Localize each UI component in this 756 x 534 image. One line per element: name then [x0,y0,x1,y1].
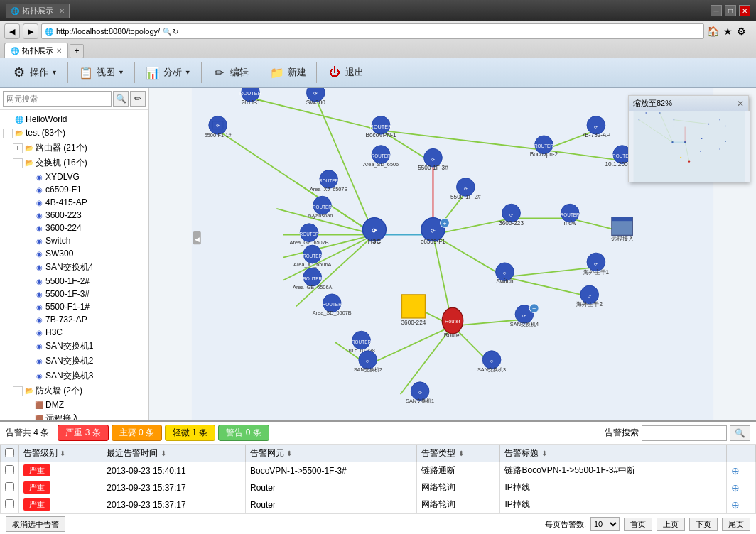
tree-item-dmz[interactable]: 🟫 DMZ [3,398,146,411]
row-add-icon-1[interactable]: ⊕ [731,482,740,494]
tree-item-xydlvg[interactable]: ◉ XYDLVG [3,170,146,183]
next-page-button[interactable]: 下页 [689,518,718,531]
browser-tab-title[interactable]: 拓扑展示 [22,6,53,16]
alert-search-input[interactable] [642,425,727,441]
svg-text:⟳: ⟳ [522,313,526,318]
row-action-1[interactable]: ⊕ [727,479,756,496]
back-button[interactable]: ◀ [4,23,20,39]
edit-label: 编辑 [230,66,249,79]
tree-item-remote[interactable]: 🟫 远程接入 [3,411,146,420]
tree-item-san3[interactable]: ◉ SAN交换机3 [3,369,146,383]
view-button[interactable]: 📋 视图 ▼ [72,62,130,83]
footer-left: 取消选中告警 [6,516,539,532]
tree-item-3600223[interactable]: ◉ 3600-223 [3,209,146,222]
tree-item-3600224[interactable]: ◉ 3600-224 [3,222,146,234]
svg-point-140 [725,126,726,127]
row-action-2[interactable]: ⊕ [727,496,756,513]
svg-text:Area_GE_6506A: Area_GE_6506A [293,284,333,290]
tree-icon-7b732ap: ◉ [34,315,44,325]
tab-close-icon[interactable]: ✕ [56,47,62,55]
alert-search-button[interactable]: 🔍 [730,425,750,441]
tree-item-c6509f1[interactable]: ◉ c6509-F1 [3,183,146,196]
per-page-select[interactable]: 102050100 [590,517,620,531]
sort-type-icon[interactable]: ⬍ [458,449,464,457]
analyze-button[interactable]: 📊 分析 ▼ [139,62,197,83]
active-tab[interactable]: 🌐 拓扑展示 ✕ [4,43,68,58]
tree-item-switches[interactable]: − 📂 交换机 (16个) [3,156,146,170]
col-severity[interactable]: 告警级别 ⬍ [19,445,102,462]
tree-item-h3c[interactable]: ◉ H3C [3,326,146,339]
col-element[interactable]: 告警网元 ⬍ [246,445,417,462]
alert-tab-major[interactable]: 主要 0 条 [112,425,162,441]
tree-item-test[interactable]: − 📂 test (83个) [3,126,146,141]
col-title[interactable]: 告警标题 ⬍ [500,445,727,462]
tree-item-4b415ap[interactable]: ◉ 4B-415-AP [3,196,146,209]
row-checkbox-1[interactable] [1,479,19,496]
last-page-button[interactable]: 尾页 [722,518,750,531]
tree-item-7b732ap[interactable]: ◉ 7B-732-AP [3,313,146,326]
search-input[interactable] [3,91,112,107]
minimap-close-button[interactable]: ✕ [737,99,744,109]
svg-text:Router: Router [444,332,462,339]
first-page-button[interactable]: 首页 [624,518,652,531]
tree-item-san4[interactable]: ◉ SAN交换机4 [3,260,146,275]
window-controls[interactable]: ─ □ ✕ [711,5,750,16]
tree-item-sw300[interactable]: ◉ SW300 [3,247,146,260]
settings-icon[interactable]: ⚙ [737,26,746,37]
sort-element-icon[interactable]: ⬍ [286,449,292,457]
sep4 [259,62,259,83]
tree-expander-routers[interactable]: + [13,143,23,153]
star-icon[interactable]: ★ [723,26,733,37]
ops-button[interactable]: ⚙ 操作 ▼ [6,62,63,83]
sort-severity-icon[interactable]: ⬍ [60,449,65,457]
close-button[interactable]: ✕ [739,5,750,16]
tree-item-san1[interactable]: ◉ SAN交换机1 [3,339,146,354]
row-action-0[interactable]: ⊕ [727,462,756,479]
tree-item-routers[interactable]: + 📂 路由器 (21个) [3,141,146,156]
svg-rect-71 [401,295,425,318]
edit-search-button[interactable]: ✏ [130,91,146,107]
sort-title-icon[interactable]: ⬍ [541,449,547,457]
tree-item-55001f2[interactable]: ◉ 5500-1F-2# [3,275,146,288]
row-checkbox-2[interactable] [1,496,19,513]
alert-tab-warn[interactable]: 警告 0 条 [218,425,269,441]
dismiss-button[interactable]: 取消选中告警 [6,516,65,532]
tree-expander-test[interactable]: − [3,129,13,138]
prev-page-button[interactable]: 上页 [657,518,685,531]
tree-item-firewalls[interactable]: − 📂 防火墙 (2个) [3,383,146,398]
topology-area[interactable]: ROUTER 2611-3 ⟳ SW300 ⟳ 5500-F1-1# [149,88,756,420]
new-tab-button[interactable]: + [70,44,84,58]
minimap-canvas[interactable] [629,111,750,182]
tree-item-55001f3[interactable]: ◉ 5500-1F-3# [3,288,146,300]
tree-item-55001f1[interactable]: ◉ 5500-F1-1# [3,300,146,313]
row-add-icon-0[interactable]: ⊕ [731,465,740,476]
exit-button[interactable]: ⏻ 退出 [321,62,369,83]
tree-item-san2[interactable]: ◉ SAN交换机2 [3,354,146,369]
row-title-0: 链路BocoVPN-1->5500-1F-3#中断 [500,462,727,479]
col-type[interactable]: 告警类型 ⬍ [417,445,500,462]
home-icon[interactable]: 🏠 [707,26,719,37]
edit-button[interactable]: ✏ 编辑 [206,62,254,83]
row-checkbox-0[interactable] [1,462,19,479]
new-button[interactable]: 📁 新建 [264,62,312,83]
minimize-button[interactable]: ─ [711,5,722,16]
tree-expander-firewalls[interactable]: − [13,386,23,396]
tree-item-switch[interactable]: ◉ Switch [3,234,146,247]
sort-time-icon[interactable]: ⬍ [161,449,166,457]
address-bar[interactable]: 🌐 http://localhost:8080/topology/ 🔍 ↻ [41,23,704,39]
table-header: 告警级别 ⬍ 最近告警时间 ⬍ 告警网元 ⬍ 告警类型 [1,445,756,462]
alert-tab-severe[interactable]: 严重 3 条 [58,425,108,441]
tree-expander-switches[interactable]: − [13,158,23,168]
tree-icon-san2: ◉ [34,356,44,366]
col-time[interactable]: 最近告警时间 ⬍ [102,445,246,462]
alert-tab-minor[interactable]: 轻微 1 条 [165,425,215,441]
forward-button[interactable]: ▶ [23,23,38,39]
maximize-button[interactable]: □ [725,5,736,16]
svg-text:⟳: ⟳ [588,293,591,298]
svg-text:海外主干1: 海外主干1 [583,269,610,276]
tree-label-xydlvg: XYDLVG [45,172,144,182]
search-button[interactable]: 🔍 [113,91,129,107]
tree-item-helloworld[interactable]: 🌐 HelloWorld [3,113,146,126]
row-add-icon-2[interactable]: ⊕ [731,499,740,511]
select-all-checkbox[interactable] [5,448,14,457]
